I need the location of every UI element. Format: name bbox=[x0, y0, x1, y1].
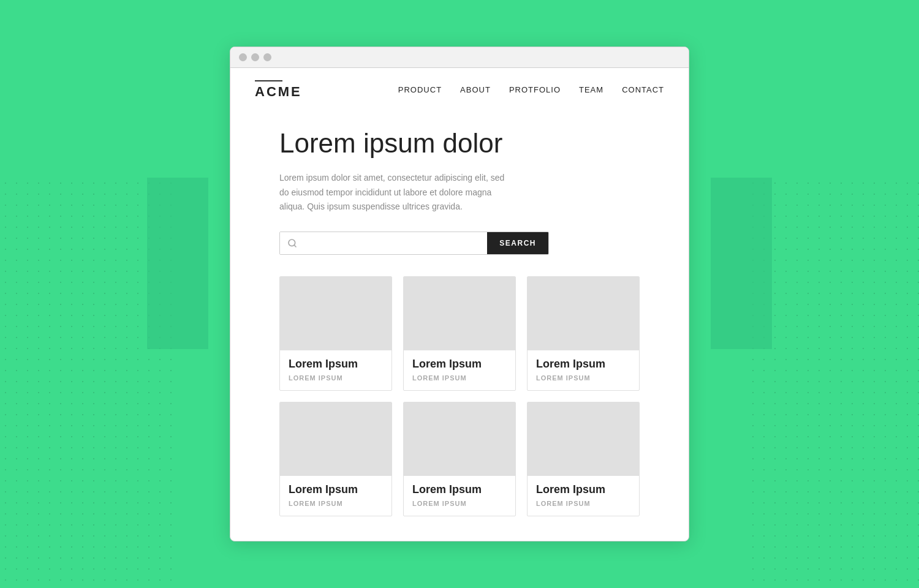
card-1-image bbox=[280, 277, 391, 350]
card-3-image bbox=[528, 277, 639, 350]
card-6-subtitle: LOREM IPSUM bbox=[536, 500, 630, 507]
card-6-body: Lorem Ipsum LOREM IPSUM bbox=[528, 476, 639, 516]
card-1-body: Lorem Ipsum LOREM IPSUM bbox=[280, 350, 391, 390]
card-4: Lorem Ipsum LOREM IPSUM bbox=[279, 402, 392, 516]
card-6-image bbox=[528, 402, 639, 476]
card-1: Lorem Ipsum LOREM IPSUM bbox=[279, 276, 392, 391]
card-1-subtitle: LOREM IPSUM bbox=[289, 374, 383, 382]
browser-dot-yellow bbox=[251, 53, 259, 61]
search-input-wrap bbox=[280, 232, 487, 254]
nav-product[interactable]: PRODUCT bbox=[398, 85, 442, 94]
bg-dots-left bbox=[0, 178, 172, 588]
browser-dot-green bbox=[263, 53, 271, 61]
card-4-title: Lorem Ipsum bbox=[289, 483, 383, 496]
nav-team[interactable]: TEAM bbox=[579, 85, 603, 94]
card-4-subtitle: LOREM IPSUM bbox=[289, 500, 383, 507]
card-5: Lorem Ipsum LOREM IPSUM bbox=[403, 402, 516, 516]
svg-line-1 bbox=[294, 245, 296, 247]
nav-contact[interactable]: CONTACT bbox=[622, 85, 664, 94]
bg-dots-right bbox=[747, 178, 919, 588]
logo-text: ACME bbox=[255, 84, 302, 100]
card-3-subtitle: LOREM IPSUM bbox=[536, 374, 630, 382]
card-5-title: Lorem Ipsum bbox=[412, 483, 507, 496]
card-2-subtitle: LOREM IPSUM bbox=[412, 374, 507, 382]
card-1-title: Lorem Ipsum bbox=[289, 358, 383, 371]
card-3: Lorem Ipsum LOREM IPSUM bbox=[527, 276, 640, 391]
card-2-image bbox=[404, 277, 515, 350]
card-2: Lorem Ipsum LOREM IPSUM bbox=[403, 276, 516, 391]
logo: ACME bbox=[255, 80, 302, 100]
search-icon bbox=[287, 238, 297, 248]
card-5-image bbox=[404, 402, 515, 476]
card-6-title: Lorem Ipsum bbox=[536, 483, 630, 496]
card-2-body: Lorem Ipsum LOREM IPSUM bbox=[404, 350, 515, 390]
card-5-body: Lorem Ipsum LOREM IPSUM bbox=[404, 476, 515, 516]
cards-grid: Lorem Ipsum LOREM IPSUM Lorem Ipsum LORE… bbox=[279, 276, 640, 516]
card-3-title: Lorem Ipsum bbox=[536, 358, 630, 371]
nav-portfolio[interactable]: PROTFOLIO bbox=[509, 85, 561, 94]
search-input[interactable] bbox=[302, 232, 480, 254]
hero-title: Lorem ipsum dolor bbox=[279, 127, 640, 160]
card-6: Lorem Ipsum LOREM IPSUM bbox=[527, 402, 640, 516]
card-5-subtitle: LOREM IPSUM bbox=[412, 500, 507, 507]
hero-description: Lorem ipsum dolor sit amet, consectetur … bbox=[279, 171, 506, 214]
card-4-image bbox=[280, 402, 391, 476]
browser-window: ACME PRODUCT ABOUT PROTFOLIO TEAM CONTAC… bbox=[230, 47, 689, 541]
search-button[interactable]: SEARCH bbox=[487, 232, 548, 254]
navbar: ACME PRODUCT ABOUT PROTFOLIO TEAM CONTAC… bbox=[230, 68, 689, 109]
browser-chrome bbox=[230, 47, 689, 68]
nav-links: PRODUCT ABOUT PROTFOLIO TEAM CONTACT bbox=[398, 85, 664, 94]
side-accent-right bbox=[711, 178, 772, 349]
logo-line bbox=[255, 80, 282, 81]
browser-dot-red bbox=[239, 53, 247, 61]
main-content: Lorem ipsum dolor Lorem ipsum dolor sit … bbox=[230, 109, 689, 541]
search-bar: SEARCH bbox=[279, 232, 549, 255]
nav-about[interactable]: ABOUT bbox=[460, 85, 491, 94]
card-4-body: Lorem Ipsum LOREM IPSUM bbox=[280, 476, 391, 516]
side-accent-left bbox=[147, 178, 208, 349]
card-3-body: Lorem Ipsum LOREM IPSUM bbox=[528, 350, 639, 390]
card-2-title: Lorem Ipsum bbox=[412, 358, 507, 371]
